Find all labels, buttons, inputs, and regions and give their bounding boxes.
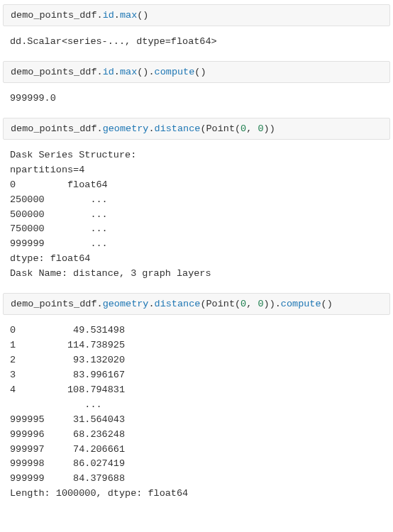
code-cell-3: demo_points_ddf.geometry.distance(Point(…: [3, 118, 390, 140]
code-token: .: [114, 67, 120, 77]
code-token: .: [114, 10, 120, 21]
output-cell-1: dd.Scalar<series-..., dtype=float64>: [3, 31, 390, 57]
output-cell-2: 999999.0: [3, 87, 390, 113]
code-token: geometry: [103, 123, 149, 134]
code-token: compute: [281, 299, 321, 309]
code-token: max: [120, 67, 137, 77]
code-token: (: [235, 123, 240, 134]
code-token: 0: [258, 299, 263, 309]
code-token: 0: [240, 299, 246, 309]
code-token: 0: [240, 123, 246, 134]
code-token: ,: [246, 299, 258, 309]
code-cell-1: demo_points_ddf.id.max(): [3, 4, 390, 26]
code-token: compute: [155, 67, 195, 77]
code-token: demo_points_ddf: [11, 299, 97, 309]
output-cell-4: 0 49.531498 1 114.738925 2 93.132020 3 8…: [3, 319, 390, 509]
code-token: (): [194, 67, 206, 77]
code-token: ): [264, 123, 270, 134]
code-token: ,: [246, 123, 258, 134]
code-token: .: [148, 123, 154, 134]
code-token: Point: [206, 123, 235, 134]
code-cell-2: demo_points_ddf.id.max().compute(): [3, 61, 390, 83]
code-token: .: [148, 299, 154, 309]
code-token: distance: [155, 299, 201, 309]
code-token: .: [148, 67, 154, 77]
code-cell-4: demo_points_ddf.geometry.distance(Point(…: [3, 293, 390, 315]
code-token: ): [270, 299, 275, 309]
code-token: (): [137, 10, 148, 21]
code-token: max: [120, 10, 137, 21]
code-token: .: [97, 299, 103, 309]
code-token: id: [103, 10, 114, 21]
code-token: .: [275, 299, 281, 309]
code-token: ): [270, 123, 275, 134]
code-token: .: [97, 10, 103, 21]
code-token: ): [264, 299, 270, 309]
code-token: demo_points_ddf: [11, 10, 97, 21]
code-token: (): [137, 67, 148, 77]
code-token: .: [97, 123, 103, 134]
code-token: Point: [206, 299, 235, 309]
code-token: geometry: [103, 299, 149, 309]
code-token: (: [235, 299, 240, 309]
code-token: 0: [258, 123, 263, 134]
code-token: id: [103, 67, 114, 77]
code-token: .: [97, 67, 103, 77]
code-token: distance: [155, 123, 201, 134]
code-token: demo_points_ddf: [11, 67, 97, 77]
output-cell-3: Dask Series Structure: npartitions=4 0 f…: [3, 144, 390, 289]
code-token: demo_points_ddf: [11, 123, 97, 134]
code-token: (): [321, 299, 333, 309]
